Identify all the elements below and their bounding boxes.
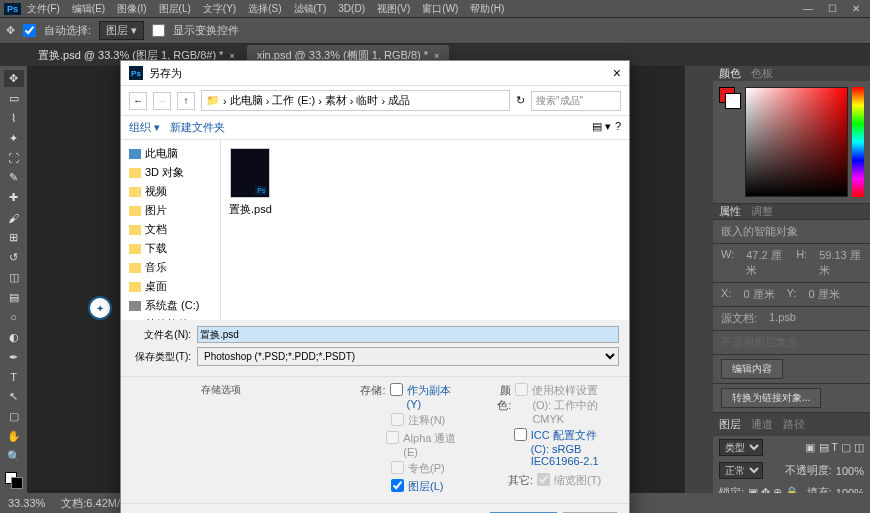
tree-item[interactable]: 此电脑: [125, 144, 216, 163]
tree-item[interactable]: 3D 对象: [125, 163, 216, 182]
search-input[interactable]: 搜索"成品": [531, 91, 621, 111]
marquee-tool[interactable]: ▭: [4, 90, 24, 107]
tree-item[interactable]: 音乐: [125, 258, 216, 277]
menu-filter[interactable]: 滤镜(T): [288, 2, 333, 16]
icc-checkbox[interactable]: [514, 428, 527, 441]
tree-item[interactable]: 系统盘 (C:): [125, 296, 216, 315]
prop-y[interactable]: 0 厘米: [808, 287, 839, 302]
stamp-tool[interactable]: ⊞: [4, 229, 24, 246]
prop-x[interactable]: 0 厘米: [743, 287, 774, 302]
view-button[interactable]: ▤ ▾: [592, 120, 611, 135]
breadcrumb[interactable]: 📁› 此电脑› 工作 (E:)› 素材› 临时› 成品: [201, 90, 510, 111]
menu-edit[interactable]: 编辑(E): [66, 2, 111, 16]
shape-tool[interactable]: ▢: [4, 408, 24, 425]
tree-item[interactable]: 图片: [125, 201, 216, 220]
tab-channels[interactable]: 通道: [751, 417, 773, 432]
forward-button[interactable]: →: [153, 92, 171, 110]
layer-kind-filter[interactable]: 类型: [719, 439, 763, 456]
eyedropper-tool[interactable]: ✎: [4, 170, 24, 187]
tab-adjustments[interactable]: 调整: [751, 204, 773, 219]
menu-select[interactable]: 选择(S): [242, 2, 287, 16]
color-field[interactable]: [745, 87, 848, 197]
prop-width[interactable]: 47.2 厘米: [746, 248, 784, 278]
tree-item[interactable]: 下载: [125, 239, 216, 258]
alpha-checkbox: [386, 431, 399, 444]
blend-mode[interactable]: 正常: [719, 462, 763, 479]
help-button[interactable]: ?: [615, 120, 621, 135]
organize-button[interactable]: 组织 ▾: [129, 120, 160, 135]
wand-tool[interactable]: ✦: [4, 130, 24, 147]
brush-tool[interactable]: 🖌: [4, 209, 24, 226]
close-icon[interactable]: ×: [229, 51, 234, 61]
showcontrols-label: 显示变换控件: [173, 23, 239, 38]
blur-tool[interactable]: ○: [4, 309, 24, 326]
logo-badge: ✦: [88, 296, 112, 320]
color-swatch[interactable]: [5, 472, 23, 489]
dialog-title: 另存为: [149, 66, 182, 81]
storage-options-label: 存储选项: [201, 383, 317, 397]
lasso-tool[interactable]: ⌇: [4, 110, 24, 127]
tab-swatches[interactable]: 色板: [751, 66, 773, 81]
tab-properties[interactable]: 属性: [719, 204, 741, 219]
close-icon[interactable]: ×: [434, 51, 439, 61]
hue-slider[interactable]: [852, 87, 864, 197]
gradient-tool[interactable]: ▤: [4, 289, 24, 306]
convert-link-button[interactable]: 转换为链接对象...: [721, 388, 821, 408]
minimize-button[interactable]: —: [798, 2, 818, 16]
edit-content-button[interactable]: 编辑内容: [721, 359, 783, 379]
zoom-level[interactable]: 33.33%: [8, 497, 45, 509]
move-tool[interactable]: ✥: [4, 70, 24, 87]
save-copy-checkbox[interactable]: [390, 383, 403, 396]
fg-bg-swatch[interactable]: [719, 87, 741, 109]
hand-tool[interactable]: ✋: [4, 428, 24, 445]
props-title: 嵌入的智能对象: [721, 224, 798, 239]
tree-item[interactable]: 其他软件 (D:): [125, 315, 216, 320]
collapsed-panel-strip[interactable]: [685, 66, 713, 493]
file-list[interactable]: 置换.psd: [221, 140, 629, 320]
menu-help[interactable]: 帮助(H): [464, 2, 510, 16]
opacity-value[interactable]: 100%: [836, 465, 864, 477]
filetype-select[interactable]: Photoshop (*.PSD;*.PDD;*.PSDT): [197, 347, 619, 366]
save-as-dialog: Ps 另存为 × ← → ↑ 📁› 此电脑› 工作 (E:)› 素材› 临时› …: [120, 60, 630, 513]
folder-tree: 此电脑 3D 对象 视频 图片 文档 下载 音乐 桌面 系统盘 (C:) 其他软…: [121, 140, 221, 320]
prop-height[interactable]: 59.13 厘米: [819, 248, 862, 278]
menu-file[interactable]: 文件(F): [21, 2, 66, 16]
dialog-close-button[interactable]: ×: [613, 65, 621, 81]
maximize-button[interactable]: ☐: [822, 2, 842, 16]
healing-tool[interactable]: ✚: [4, 189, 24, 206]
menu-layer[interactable]: 图层(L): [153, 2, 197, 16]
close-button[interactable]: ✕: [846, 2, 866, 16]
history-tool[interactable]: ↺: [4, 249, 24, 266]
menu-window[interactable]: 窗口(W): [416, 2, 464, 16]
file-item[interactable]: 置换.psd: [229, 148, 272, 217]
type-tool[interactable]: T: [4, 369, 24, 386]
back-button[interactable]: ←: [129, 92, 147, 110]
options-bar: ✥ 自动选择: 图层 ▾ 显示变换控件: [0, 18, 870, 44]
thumb-checkbox: [537, 473, 550, 486]
refresh-button[interactable]: ↻: [516, 94, 525, 107]
tree-item[interactable]: 视频: [125, 182, 216, 201]
crop-tool[interactable]: ⛶: [4, 150, 24, 167]
autoselect-dropdown[interactable]: 图层 ▾: [99, 21, 144, 40]
spot-checkbox: [391, 461, 404, 474]
tree-item[interactable]: 文档: [125, 220, 216, 239]
tab-paths[interactable]: 路径: [783, 417, 805, 432]
tree-item[interactable]: 桌面: [125, 277, 216, 296]
zoom-tool[interactable]: 🔍: [4, 448, 24, 465]
up-button[interactable]: ↑: [177, 92, 195, 110]
path-tool[interactable]: ↖: [4, 389, 24, 406]
newfolder-button[interactable]: 新建文件夹: [170, 120, 225, 135]
eraser-tool[interactable]: ◫: [4, 269, 24, 286]
dodge-tool[interactable]: ◐: [4, 329, 24, 346]
layers-checkbox[interactable]: [391, 479, 404, 492]
menu-3d[interactable]: 3D(D): [332, 3, 371, 14]
menu-text[interactable]: 文字(Y): [197, 2, 242, 16]
filename-input[interactable]: [197, 326, 619, 343]
tab-color[interactable]: 颜色: [719, 66, 741, 81]
showcontrols-checkbox[interactable]: [152, 24, 165, 37]
menu-image[interactable]: 图像(I): [111, 2, 152, 16]
pen-tool[interactable]: ✒: [4, 349, 24, 366]
menu-view[interactable]: 视图(V): [371, 2, 416, 16]
autoselect-checkbox[interactable]: [23, 24, 36, 37]
tab-layers[interactable]: 图层: [719, 417, 741, 432]
